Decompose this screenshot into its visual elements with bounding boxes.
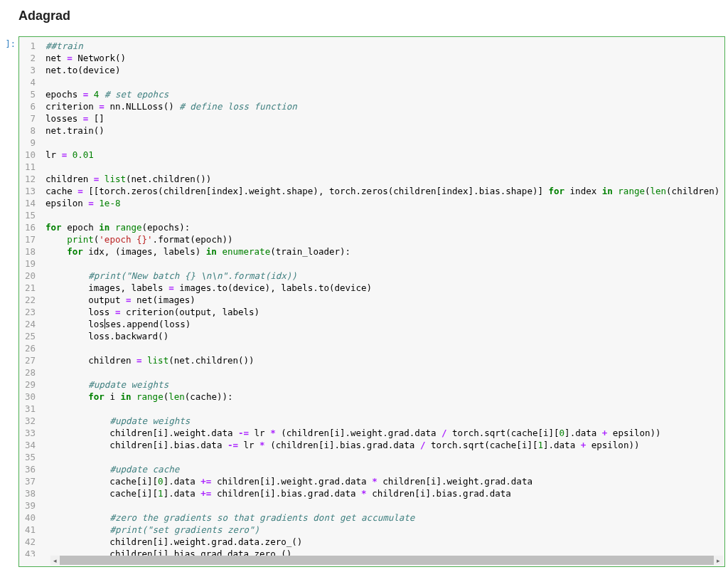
code-line[interactable]: for i in range(len(cache)): xyxy=(46,391,720,403)
line-number: 18 xyxy=(25,245,36,258)
code-content[interactable]: ##trainnet = Network()net.to(device)epoc… xyxy=(43,37,724,556)
line-number: 15 xyxy=(25,209,36,221)
code-line[interactable]: images, labels = images.to(device), labe… xyxy=(46,282,720,294)
code-line[interactable]: loss = criterion(output, labels) xyxy=(46,306,720,318)
line-number: 41 xyxy=(25,524,36,536)
code-line[interactable] xyxy=(46,137,720,149)
code-line[interactable]: loss.backward() xyxy=(46,330,720,342)
line-number: 33 xyxy=(25,427,36,439)
line-number: 2 xyxy=(25,52,36,64)
code-line[interactable]: children = list(net.children()) xyxy=(46,354,720,366)
line-number: 35 xyxy=(25,451,36,463)
code-line[interactable]: for epoch in range(epochs): xyxy=(46,221,720,233)
line-number: 7 xyxy=(25,112,36,125)
line-number: 13 xyxy=(25,185,36,197)
line-number: 1 xyxy=(25,40,36,52)
line-number: 4 xyxy=(25,76,36,88)
code-line[interactable]: children[i].weight.grad.data.zero_() xyxy=(46,536,720,548)
cell-prompt: ]: xyxy=(0,39,16,49)
line-number-gutter: 1234567891011121314151617181920212223242… xyxy=(19,37,43,556)
line-number: 29 xyxy=(25,378,36,391)
line-number: 37 xyxy=(25,475,36,487)
line-number: 39 xyxy=(25,499,36,512)
code-line[interactable]: children[i].bias.data -= lr * (children[… xyxy=(46,439,720,451)
line-number: 26 xyxy=(25,342,36,354)
code-line[interactable]: #zero the gradients so that gradients do… xyxy=(46,512,720,524)
code-line[interactable] xyxy=(46,161,720,173)
code-line[interactable] xyxy=(46,76,720,88)
line-number: 34 xyxy=(25,439,36,451)
code-editor[interactable]: 1234567891011121314151617181920212223242… xyxy=(19,37,724,556)
line-number: 32 xyxy=(25,415,36,427)
code-line[interactable]: cache[i][0].data += children[i].weight.g… xyxy=(46,475,720,487)
line-number: 20 xyxy=(25,270,36,282)
code-line[interactable] xyxy=(46,403,720,415)
code-line[interactable]: losses = [] xyxy=(46,112,720,125)
code-line[interactable]: children[i].weight.data -= lr * (childre… xyxy=(46,427,720,439)
code-line[interactable]: output = net(images) xyxy=(46,294,720,306)
line-number: 24 xyxy=(25,318,36,330)
line-number: 14 xyxy=(25,197,36,209)
line-number: 31 xyxy=(25,403,36,415)
code-line[interactable]: ##train xyxy=(46,40,720,52)
scrollbar-track[interactable] xyxy=(60,556,714,565)
line-number: 42 xyxy=(25,536,36,548)
code-line[interactable] xyxy=(46,342,720,354)
code-line[interactable]: #update weights xyxy=(46,415,720,427)
code-line[interactable]: for idx, (images, labels) in enumerate(t… xyxy=(46,245,720,258)
code-line[interactable] xyxy=(46,258,720,270)
line-number: 21 xyxy=(25,282,36,294)
line-number: 16 xyxy=(25,221,36,233)
line-number: 6 xyxy=(25,100,36,112)
line-number: 8 xyxy=(25,125,36,137)
line-number: 30 xyxy=(25,391,36,403)
line-number: 3 xyxy=(25,64,36,76)
code-line[interactable]: net.train() xyxy=(46,125,720,137)
code-line[interactable]: cache[i][1].data += children[i].bias.gra… xyxy=(46,487,720,499)
code-line[interactable]: epochs = 4 # set epohcs xyxy=(46,88,720,100)
code-line[interactable]: net.to(device) xyxy=(46,64,720,76)
line-number: 12 xyxy=(25,173,36,185)
line-number: 40 xyxy=(25,512,36,524)
code-line[interactable]: epsilon = 1e-8 xyxy=(46,197,720,209)
code-line[interactable]: net = Network() xyxy=(46,52,720,64)
code-line[interactable]: criterion = nn.NLLLoss() # define loss f… xyxy=(46,100,720,112)
code-line[interactable]: #print("New batch {} \n\n".format(idx)) xyxy=(46,270,720,282)
line-number: 11 xyxy=(25,161,36,173)
line-number: 23 xyxy=(25,306,36,318)
code-line[interactable]: #update weights xyxy=(46,378,720,391)
line-number: 28 xyxy=(25,366,36,378)
code-line[interactable] xyxy=(46,451,720,463)
code-line[interactable]: #update cache xyxy=(46,463,720,475)
code-line[interactable] xyxy=(46,209,720,221)
line-number: 22 xyxy=(25,294,36,306)
section-heading: Adagrad xyxy=(18,9,725,23)
line-number: 27 xyxy=(25,354,36,366)
line-number: 43 xyxy=(25,548,36,556)
code-line[interactable] xyxy=(46,366,720,378)
line-number: 25 xyxy=(25,330,36,342)
scroll-right-arrow-icon[interactable]: ▸ xyxy=(714,556,723,565)
line-number: 10 xyxy=(25,149,36,161)
code-line[interactable]: #print("set gradients zero") xyxy=(46,524,720,536)
line-number: 19 xyxy=(25,258,36,270)
line-number: 36 xyxy=(25,463,36,475)
code-line[interactable] xyxy=(46,499,720,512)
code-cell[interactable]: 1234567891011121314151617181920212223242… xyxy=(18,36,725,567)
code-line[interactable]: children = list(net.children()) xyxy=(46,173,720,185)
code-line[interactable]: losses.append(loss) xyxy=(46,318,720,330)
line-number: 9 xyxy=(25,137,36,149)
code-line[interactable]: lr = 0.01 xyxy=(46,149,720,161)
scroll-left-arrow-icon[interactable]: ◂ xyxy=(50,556,60,565)
line-number: 17 xyxy=(25,233,36,245)
code-line[interactable]: print('epoch {}'.format(epoch)) xyxy=(46,233,720,245)
notebook-page: Adagrad ]: 12345678910111213141516171819… xyxy=(0,0,728,572)
line-number: 38 xyxy=(25,487,36,499)
code-cell-wrapper: ]: 1234567891011121314151617181920212223… xyxy=(0,36,725,567)
horizontal-scrollbar[interactable]: ◂ ▸ xyxy=(50,556,723,565)
line-number: 5 xyxy=(25,88,36,100)
code-line[interactable]: cache = [[torch.zeros(children[index].we… xyxy=(46,185,720,197)
